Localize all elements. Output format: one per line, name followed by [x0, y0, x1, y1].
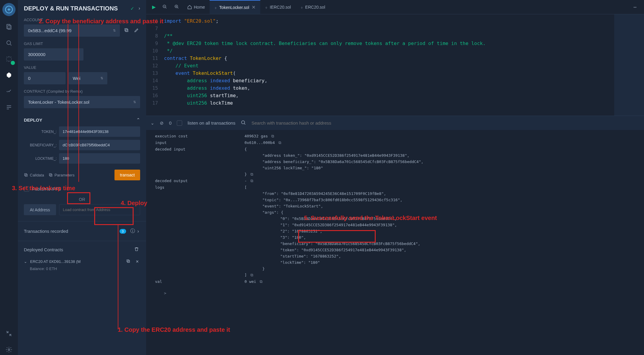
compiler-icon[interactable] [4, 54, 14, 64]
code-editor[interactable]: 67891011121314151617 import "ERC20.sol";… [146, 14, 644, 116]
param-label: BENEFICIARY_: [24, 143, 57, 147]
account-select[interactable]: 0x5B3...eddC4 (99.99⇅ [24, 24, 120, 37]
svg-rect-1 [7, 24, 10, 29]
at-address-button[interactable]: At Address [24, 204, 56, 215]
copy-icon[interactable]: ⧉ [250, 179, 253, 183]
terminal-bar: ⌄ ⊘ 0 listen on all transactions [146, 116, 644, 130]
tab-home[interactable]: Home [182, 0, 210, 14]
listen-checkbox[interactable] [177, 120, 182, 126]
deploy-icon[interactable] [4, 70, 14, 80]
svg-point-4 [8, 349, 10, 351]
trash-icon[interactable] [133, 246, 140, 254]
main-area: ▶ Home ⬨TokenLocker.sol✕⬨IERC20.sol⬨ERC2… [146, 0, 644, 355]
publish-ipfs-checkbox[interactable] [24, 186, 29, 192]
edit-account-icon[interactable] [133, 27, 140, 35]
parameters-button[interactable]: Parameters [49, 173, 75, 177]
copy-account-icon[interactable] [123, 27, 130, 35]
activity-bar [0, 0, 18, 355]
copy-icon[interactable]: ⧉ [260, 279, 262, 284]
tab-bar: ▶ Home ⬨TokenLocker.sol✕⬨IERC20.sol⬨ERC2… [146, 0, 644, 14]
file-explorer-icon[interactable] [4, 21, 14, 32]
copy-icon[interactable]: ⧉ [250, 273, 253, 277]
gas-limit-label: GAS LIMIT [24, 41, 140, 46]
deploy-panel: DEPLOY & RUN TRANSACTIONS ✓ › ACCOUNT 0x… [18, 0, 146, 355]
svg-point-3 [7, 41, 11, 45]
contract-balance: Balance: 0 ETH [24, 266, 140, 271]
svg-point-15 [242, 121, 245, 124]
deployed-contract-name[interactable]: ERC20 AT 0XD91...39138 (M [30, 259, 122, 264]
redline-2 [68, 24, 68, 191]
pending-count: 0 [169, 120, 171, 125]
clear-icon[interactable]: ⊘ [160, 120, 164, 126]
deploy-section-label: DEPLOY [24, 117, 42, 123]
copy-contract-icon[interactable] [125, 258, 131, 265]
tx-count-badge: 3 [120, 229, 126, 234]
value-input[interactable] [24, 72, 66, 84]
param-input[interactable] [59, 140, 140, 150]
tx-recorded-label: Transactions recorded [24, 229, 120, 234]
remix-logo-icon [2, 3, 16, 16]
listen-label: listen on all transactions [188, 120, 235, 125]
svg-rect-8 [24, 173, 27, 176]
minimap[interactable] [614, 14, 644, 116]
terminal-search-input[interactable] [251, 120, 640, 125]
contract-select[interactable]: TokenLocker - TokenLocker.sol⇅ [24, 96, 140, 108]
collapse-terminal-icon[interactable]: ⌄ [151, 120, 154, 126]
svg-rect-9 [50, 174, 52, 176]
terminal-output[interactable]: execution cost409632 gas⧉input0x610...00… [146, 130, 644, 355]
settings-icon[interactable] [4, 344, 14, 355]
chevron-right-icon[interactable]: › [136, 227, 140, 235]
copy-icon[interactable]: ⧉ [250, 172, 253, 176]
or-divider: OR [24, 195, 140, 204]
zoom-out-icon[interactable] [159, 4, 171, 10]
redline-1 [118, 225, 118, 329]
library-icon[interactable] [4, 102, 14, 113]
close-contract-icon[interactable]: ✕ [134, 258, 140, 265]
svg-rect-6 [125, 28, 127, 31]
svg-rect-11 [128, 261, 130, 263]
account-label: ACCOUNT [24, 18, 140, 22]
deployed-contracts-label: Deployed Contracts [24, 247, 63, 252]
param-input[interactable] [59, 153, 140, 164]
plugin-icon[interactable] [4, 328, 14, 339]
value-unit-select[interactable]: Wei⇅ [69, 72, 107, 84]
tab-file[interactable]: ⬨TokenLocker.sol✕ [210, 0, 260, 14]
close-tab-icon[interactable]: ✕ [252, 4, 256, 10]
load-address-input[interactable] [59, 204, 140, 215]
transact-button[interactable]: transact [114, 170, 140, 180]
tab-file[interactable]: ⬨IERC20.sol [260, 0, 296, 14]
svg-rect-12 [127, 260, 129, 262]
param-label: TOKEN_: [24, 130, 57, 134]
search-icon[interactable] [4, 38, 14, 48]
publish-ipfs-label: Publish to IPFS [32, 187, 61, 191]
terminal-prompt[interactable]: > [155, 285, 635, 301]
svg-rect-10 [49, 173, 51, 176]
tab-file[interactable]: ⬨ERC20.sol [296, 0, 330, 14]
value-label: VALUE [24, 65, 140, 70]
zoom-in-icon[interactable] [171, 4, 182, 10]
svg-rect-5 [126, 29, 128, 32]
redline-2b [78, 24, 79, 182]
info-icon[interactable]: ⓘ [129, 227, 136, 235]
gas-limit-input[interactable] [24, 48, 83, 61]
chevron-right-icon[interactable]: › [139, 6, 140, 11]
debugger-icon[interactable] [4, 86, 14, 97]
copy-icon[interactable]: ⧉ [278, 140, 281, 145]
panel-title: DEPLOY & RUN TRANSACTIONS [24, 4, 130, 12]
collapse-icon[interactable]: ⌃ [136, 117, 140, 123]
param-label: LOCKTIME_: [24, 156, 57, 161]
param-input[interactable] [59, 126, 140, 137]
check-icon: ✓ [130, 6, 134, 11]
calldata-button[interactable]: Calldata [24, 173, 44, 177]
copy-icon[interactable]: ⧉ [271, 134, 274, 138]
contract-label: CONTRACT (Compiled by Remix) [24, 89, 140, 94]
search-icon[interactable] [241, 120, 246, 126]
run-icon[interactable]: ▶ [149, 4, 159, 10]
svg-rect-7 [25, 174, 27, 176]
expand-contract-icon[interactable]: ⌄ [24, 259, 27, 264]
expand-icon[interactable]: ↔ [629, 4, 641, 10]
